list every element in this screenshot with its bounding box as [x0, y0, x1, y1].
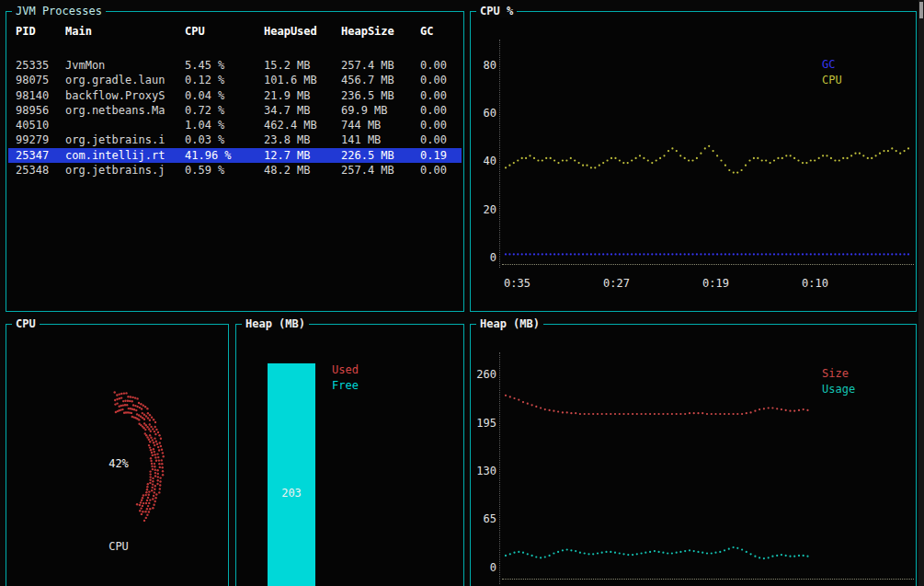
legend-used: Used — [332, 363, 359, 376]
column-header-heapsize: HeapSize — [341, 25, 420, 38]
column-header-cpu: CPU — [185, 25, 264, 38]
column-header-pid: PID — [16, 25, 65, 38]
cell-heapsize: 744 MB — [341, 118, 420, 132]
panel-title-cpu-percent: CPU % — [476, 5, 517, 17]
cell-pid: 25348 — [16, 163, 65, 178]
panel-heap-bar: Heap (MB) 203 Used Free — [235, 324, 464, 586]
x-tick-0-19: 0:19 — [702, 277, 729, 290]
cell-cpu: 1.04 % — [185, 118, 264, 132]
y-axis-line — [499, 352, 500, 584]
y-axis-line — [499, 40, 500, 268]
cell-main: org.gradle.laun — [65, 73, 185, 87]
cell-cpu: 5.45 % — [185, 58, 264, 73]
cell-pid: 40510 — [16, 118, 65, 132]
panel-heap-chart: Heap (MB) 260 195 130 65 0 Size Usage — [470, 324, 917, 586]
y-tick-260: 260 — [473, 368, 496, 381]
column-header-gc: GC — [420, 25, 462, 38]
panel-cpu-gauge: CPU 42% CPU — [6, 324, 229, 586]
y-tick-40: 40 — [473, 155, 496, 167]
cell-heapused: 12.7 MB — [264, 148, 341, 163]
y-tick-0h: 0 — [473, 561, 496, 574]
process-row-98075[interactable]: 98075org.gradle.laun0.12 %101.6 MB456.7 … — [8, 73, 462, 87]
cell-heapsize: 257.4 MB — [341, 163, 420, 178]
process-table-body: 25335JvmMon5.45 %15.2 MB257.4 MB0.009807… — [8, 58, 462, 178]
cell-gc: 0.00 — [420, 73, 462, 87]
cell-heapsize: 456.7 MB — [341, 73, 420, 87]
column-header-main: Main — [65, 25, 185, 38]
cell-pid: 99279 — [16, 132, 65, 147]
y-tick-0: 0 — [473, 251, 496, 264]
heap-free-bar — [268, 363, 315, 586]
cell-cpu: 41.96 % — [185, 148, 264, 163]
y-tick-80: 80 — [473, 59, 496, 72]
gauge-value: 42% — [91, 457, 146, 470]
process-row-98956[interactable]: 98956org.netbeans.Ma0.72 %34.7 MB69.9 MB… — [8, 103, 462, 118]
heap-bar-value: 203 — [268, 487, 315, 500]
scrollbar[interactable] — [918, 0, 924, 586]
process-table-header: PID Main CPU HeapUsed HeapSize GC — [8, 25, 462, 38]
cell-pid: 25347 — [16, 148, 65, 163]
cell-heapused: 34.7 MB — [264, 103, 341, 118]
x-tick-0-27: 0:27 — [603, 277, 630, 290]
cell-pid: 98956 — [16, 103, 65, 118]
cell-heapused: 462.4 MB — [264, 118, 341, 132]
column-header-heapused: HeapUsed — [264, 25, 341, 38]
cell-cpu: 0.12 % — [185, 73, 264, 87]
cell-heapsize: 141 MB — [341, 132, 420, 147]
cell-main: org.netbeans.Ma — [65, 103, 185, 118]
cell-heapsize: 236.5 MB — [341, 88, 420, 103]
cell-main: org.jetbrains.i — [65, 132, 185, 147]
scrollbar-thumb[interactable] — [919, 2, 923, 18]
legend-free: Free — [332, 379, 359, 392]
cell-heapused: 101.6 MB — [264, 73, 341, 87]
process-row-25335[interactable]: 25335JvmMon5.45 %15.2 MB257.4 MB0.00 — [8, 58, 462, 73]
process-row-98140[interactable]: 98140backflow.ProxyS0.04 %21.9 MB236.5 M… — [8, 88, 462, 103]
cell-main: backflow.ProxyS — [65, 88, 185, 103]
process-row-99279[interactable]: 99279org.jetbrains.i0.03 %23.8 MB141 MB0… — [8, 132, 462, 147]
gauge-caption: CPU — [91, 540, 146, 553]
process-row-40510[interactable]: 405101.04 %462.4 MB744 MB0.00 — [8, 118, 462, 132]
cell-cpu: 0.72 % — [185, 103, 264, 118]
legend-usage: Usage — [822, 383, 855, 396]
cell-heapsize: 226.5 MB — [341, 148, 420, 163]
cpu-percent-plot — [502, 54, 914, 271]
y-tick-20: 20 — [473, 203, 496, 216]
legend-size: Size — [822, 367, 849, 380]
terminal-screen: JVM Processes PID Main CPU HeapUsed Heap… — [0, 0, 924, 586]
panel-title-heap-chart: Heap (MB) — [476, 317, 543, 330]
panel-title-jvm-processes: JVM Processes — [12, 5, 106, 17]
cell-pid: 98140 — [16, 88, 65, 103]
legend-cpu: CPU — [822, 74, 842, 86]
cell-main — [65, 118, 185, 132]
y-tick-60: 60 — [473, 107, 496, 120]
cell-gc: 0.00 — [420, 103, 462, 118]
cell-heapsize: 69.9 MB — [341, 103, 420, 118]
cell-gc: 0.19 — [420, 148, 462, 163]
x-tick-0-10: 0:10 — [802, 277, 828, 290]
cell-cpu: 0.03 % — [185, 132, 264, 147]
panel-cpu-percent-chart: CPU % 80 60 40 20 0 0:35 0:27 0:19 0:10 … — [470, 11, 917, 312]
cell-gc: 0.00 — [420, 132, 462, 147]
x-tick-0-35: 0:35 — [504, 277, 530, 290]
cell-main: JvmMon — [65, 58, 185, 73]
cell-heapused: 15.2 MB — [264, 58, 341, 73]
cell-heapused: 21.9 MB — [264, 88, 341, 103]
cell-main: org.jetbrains.j — [65, 163, 185, 178]
panel-title-heap-bar: Heap (MB) — [242, 317, 309, 330]
cell-heapsize: 257.4 MB — [341, 58, 420, 73]
y-tick-130: 130 — [473, 465, 496, 477]
process-row-25347[interactable]: 25347com.intellij.rt41.96 %12.7 MB226.5 … — [8, 148, 462, 163]
process-row-25348[interactable]: 25348org.jetbrains.j0.59 %48.2 MB257.4 M… — [8, 163, 462, 178]
cell-gc: 0.00 — [420, 163, 462, 178]
cell-main: com.intellij.rt — [65, 148, 185, 163]
cell-gc: 0.00 — [420, 118, 462, 132]
cell-heapused: 48.2 MB — [264, 163, 341, 178]
y-tick-195: 195 — [473, 417, 496, 430]
heap-plot — [502, 367, 914, 586]
cell-cpu: 0.59 % — [185, 163, 264, 178]
legend-gc: GC — [822, 58, 835, 71]
panel-jvm-processes: JVM Processes PID Main CPU HeapUsed Heap… — [6, 11, 464, 312]
cell-gc: 0.00 — [420, 88, 462, 103]
cell-pid: 98075 — [16, 73, 65, 87]
cell-gc: 0.00 — [420, 58, 462, 73]
